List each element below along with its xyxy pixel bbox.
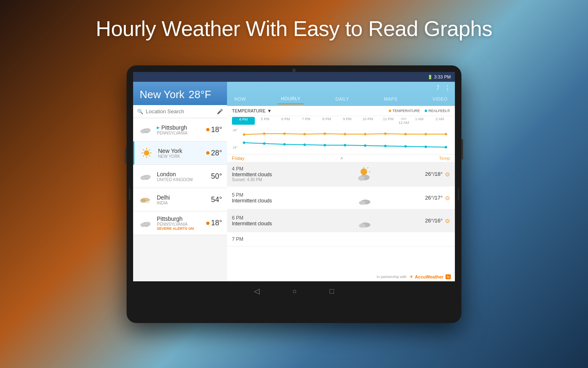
hourly-item-4pm[interactable]: 4 PM Intermittent clouds Sunset: 4:30 PM (227, 162, 455, 186)
hourly-sub: Sunset: 4:30 PM (232, 177, 314, 182)
location-info: London UNITED KINGDOM (157, 171, 211, 182)
svg-text:26°: 26° (233, 128, 238, 132)
svg-point-45 (425, 146, 427, 148)
day-sat: SAT 12 AM (399, 117, 409, 125)
temp-dropdown[interactable]: TEMPERATURE ▼ (232, 108, 272, 113)
svg-point-54 (359, 201, 365, 205)
time-12am[interactable]: 12 AM (399, 121, 409, 125)
city-temp: 18° (206, 126, 222, 134)
weather-icon-sun (139, 146, 154, 160)
time-5pm[interactable]: 5 PM (255, 117, 275, 125)
hourly-item-6pm[interactable]: 6 PM Intermittent clouds 26°/16° (227, 209, 455, 232)
page-title: Hourly Weather With Easy to Read Graphs (0, 16, 588, 41)
svg-point-43 (384, 145, 387, 147)
search-icon: 🔍 (137, 109, 143, 114)
svg-point-28 (303, 133, 306, 135)
legend-realfeel: REALFEEL® (425, 109, 450, 113)
hourly-desc: Intermittent clouds (232, 221, 314, 227)
svg-point-33 (404, 133, 407, 135)
svg-line-50 (368, 167, 369, 168)
current-temp: 28°F (189, 88, 211, 101)
city-region: NEW YORK (158, 154, 206, 159)
location-info: Delhi INDIA (157, 194, 211, 205)
volume-button (125, 147, 127, 164)
top-icons: ⤴ ⋮ (437, 84, 451, 92)
severe-alert: SEVERE ALERTS ON (157, 227, 206, 231)
legend-dot-teal (425, 110, 427, 112)
main-panel: ⤴ ⋮ NOW HOURLY DAILY MAPS VIDEO (227, 82, 455, 281)
list-item[interactable]: Pittsburgh PENNSYLVANIA SEVERE ALERTS ON… (133, 211, 227, 235)
dropdown-arrow: ▼ (267, 108, 272, 113)
alert-dot (206, 128, 209, 131)
svg-point-40 (323, 144, 326, 146)
tab-maps[interactable]: MAPS (381, 94, 401, 104)
list-item[interactable]: ▶ Pittsburgh PENNSYLVANIA 18° (133, 118, 227, 141)
time-9pm[interactable]: 9 PM (337, 117, 357, 125)
svg-point-47 (361, 168, 367, 175)
back-button[interactable]: ◁ (254, 287, 260, 296)
list-item[interactable]: Delhi INDIA 54° (133, 188, 227, 211)
mic-icon[interactable]: 🎤 (217, 109, 223, 114)
detail-arrow[interactable]: ⊙ (445, 195, 450, 201)
graph-area: TEMPERATURE ▼ TEMPERATURE REALFEEL® (227, 106, 455, 281)
battery-icon: 🔋 (428, 75, 432, 79)
app-content: New York 28°F 🔍 🎤 (133, 82, 455, 281)
legend-dot-orange (389, 110, 391, 112)
list-item[interactable]: New York NEW YORK 28° (133, 141, 227, 165)
detail-arrow[interactable]: ⊙ (445, 218, 450, 224)
time-2am[interactable]: 2 AM (430, 117, 450, 125)
time-7pm[interactable]: 7 PM (296, 117, 316, 125)
svg-point-27 (283, 132, 286, 135)
search-input[interactable] (146, 108, 214, 114)
svg-line-10 (149, 149, 150, 150)
time-4pm[interactable]: 4 PM (232, 117, 255, 125)
tab-daily[interactable]: DAILY (332, 94, 352, 104)
hourly-icon-area (314, 191, 414, 205)
svg-point-20 (145, 222, 151, 226)
time-1am[interactable]: 1 AM (409, 117, 430, 125)
recents-button[interactable]: □ (330, 287, 334, 296)
svg-point-32 (384, 132, 387, 135)
tab-video[interactable]: VIDEO (429, 94, 451, 104)
time-10pm[interactable]: 10 PM (358, 117, 378, 125)
graph-header: TEMPERATURE ▼ TEMPERATURE REALFEEL® (227, 106, 455, 116)
svg-point-16 (140, 199, 146, 203)
tablet-frame: 🔋 3:33 PM New York 28°F 🔍 🎤 (127, 65, 461, 323)
time-8pm[interactable]: 8 PM (316, 117, 337, 125)
alert-dot (206, 222, 209, 225)
detail-arrow[interactable]: ⊙ (445, 171, 450, 177)
time-11pm[interactable]: 11 PM (378, 117, 399, 125)
more-icon[interactable]: ⋮ (444, 84, 451, 92)
time-6pm[interactable]: 6 PM (276, 117, 296, 125)
svg-line-11 (143, 155, 144, 157)
svg-point-39 (303, 144, 306, 146)
chevron-up: ∧ (340, 156, 343, 161)
search-bar[interactable]: 🔍 🎤 (133, 105, 227, 118)
svg-point-3 (144, 150, 149, 155)
city-temp: 18° (206, 219, 222, 227)
svg-point-41 (344, 144, 346, 146)
hourly-info: 5 PM Intermittent clouds (232, 192, 314, 204)
legend-temp: TEMPERATURE (389, 109, 420, 113)
hourly-item-7pm[interactable]: 7 PM (227, 232, 455, 247)
city-name: Pittsburgh (161, 124, 187, 131)
home-button[interactable]: ○ (292, 287, 297, 296)
share-icon[interactable]: ⤴ (437, 84, 439, 92)
svg-point-44 (404, 145, 407, 148)
svg-point-36 (243, 141, 245, 144)
list-item[interactable]: London UNITED KINGDOM 50° (133, 165, 227, 188)
hourly-desc: Intermittent clouds (232, 172, 314, 177)
status-bar-icons: 🔋 3:33 PM (428, 74, 451, 79)
hourly-info: 6 PM Intermittent clouds (232, 215, 314, 227)
svg-point-52 (358, 176, 365, 181)
hourly-temp: 26°/18° (414, 171, 443, 177)
city-region: UNITED KINGDOM (157, 177, 211, 182)
hourly-time: 6 PM (232, 215, 314, 221)
current-city: New York (140, 88, 185, 101)
tab-hourly[interactable]: HOURLY (278, 94, 304, 104)
status-time: 3:33 PM (434, 74, 451, 79)
tab-now[interactable]: NOW (231, 94, 249, 104)
city-region: PENNSYLVANIA (157, 222, 206, 227)
hourly-item-5pm[interactable]: 5 PM Intermittent clouds (227, 186, 455, 209)
tablet-screen: 🔋 3:33 PM New York 28°F 🔍 🎤 (133, 72, 455, 301)
